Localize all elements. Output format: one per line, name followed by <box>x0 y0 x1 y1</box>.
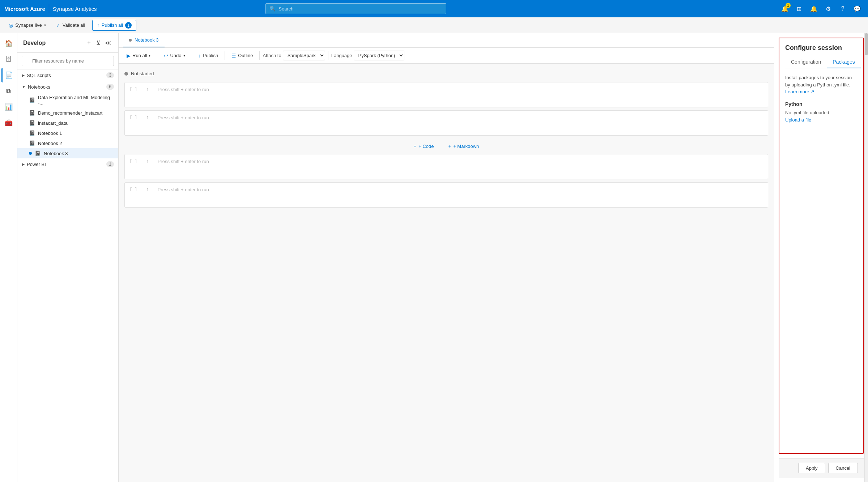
feedback-icon: 💬 <box>854 5 861 12</box>
search-input[interactable] <box>278 6 442 12</box>
tab-configuration[interactable]: Configuration <box>785 56 827 68</box>
plus-code-icon: + <box>414 144 417 149</box>
notebook-status: Not started <box>124 69 768 78</box>
undo-button[interactable]: ↩ Undo ▾ <box>160 51 188 60</box>
settings-button[interactable]: ⚙ <box>822 2 835 15</box>
cell-3-container: [ ] 1 Press shift + enter to run <box>124 154 768 179</box>
alert-button[interactable]: 🔔 <box>807 2 820 15</box>
modified-dot <box>29 152 32 155</box>
notebook-item-5[interactable]: 📓 Notebook 2 <box>17 138 118 148</box>
apply-button[interactable]: Apply <box>798 463 825 473</box>
sidebar-title: Develop <box>23 40 46 46</box>
dashboard-button[interactable]: ⊞ <box>793 2 806 15</box>
add-resource-button[interactable]: ＋ <box>85 38 93 48</box>
configure-tabs: Configuration Packages <box>785 56 857 68</box>
sql-scripts-label: SQL scripts <box>27 73 51 78</box>
collapse-button[interactable]: ⊻ <box>95 38 102 48</box>
notebook-icon-2: 📓 <box>29 110 35 116</box>
notebook-tab-bar: Notebook 3 <box>119 33 774 48</box>
cell-2-bracket: [ ] <box>129 115 137 120</box>
publish-icon2: ↑ <box>199 53 201 59</box>
monitor-icon-btn[interactable]: 📊 <box>1 100 16 114</box>
home-icon-btn[interactable]: 🏠 <box>1 36 16 51</box>
integrate-icon-btn[interactable]: ⧉ <box>1 84 16 98</box>
upload-file-link[interactable]: Upload a file <box>785 117 811 123</box>
cell-1-content[interactable]: 1 Press shift + enter to run <box>142 82 768 107</box>
second-nav: ◎ Synapse live ▾ ✓ Validate all ↑ Publis… <box>0 17 868 33</box>
powerbi-left: ▶ Power BI <box>22 162 46 167</box>
notebook-icon-4: 📓 <box>29 130 35 136</box>
manage-icon: 🧰 <box>5 119 13 127</box>
synapse-live-chevron: ▾ <box>44 23 46 27</box>
ms-azure-logo: Microsoft Azure <box>4 6 45 12</box>
undo-icon: ↩ <box>164 53 168 59</box>
main-content: Notebook 3 ▶ Run all ▾ ↩ Undo ▾ ↑ Publis… <box>119 33 774 482</box>
right-scrollbar[interactable] <box>864 33 868 482</box>
help-icon: ? <box>841 5 844 12</box>
notifications-button[interactable]: 🔔 1 <box>778 2 791 15</box>
notebook-item-6[interactable]: 📓 Notebook 3 <box>17 148 118 158</box>
add-code-button[interactable]: + + Code <box>411 142 437 150</box>
cell-3-content[interactable]: 1 Press shift + enter to run <box>142 154 768 179</box>
add-cell-bar: + + Code + + Markdown <box>124 138 768 154</box>
publish-button[interactable]: ↑ Publish <box>195 51 222 60</box>
notebooks-header[interactable]: ▼ Notebooks 6 <box>17 81 118 93</box>
manage-icon-btn[interactable]: 🧰 <box>1 116 16 130</box>
outline-label: Outline <box>238 53 253 58</box>
notification-badge: 1 <box>786 3 791 8</box>
search-bar[interactable]: 🔍 <box>265 3 446 14</box>
sidebar-search-area <box>17 53 118 69</box>
undo-label: Undo <box>170 53 181 58</box>
help-button[interactable]: ? <box>836 2 849 15</box>
cell-2-placeholder: Press shift + enter to run <box>158 115 209 120</box>
add-markdown-button[interactable]: + + Markdown <box>446 142 482 150</box>
hide-sidebar-button[interactable]: ≪ <box>103 38 112 48</box>
powerbi-section: ▶ Power BI 1 <box>17 158 118 170</box>
publish-all-button[interactable]: ↑ Publish all 1 <box>92 20 136 31</box>
run-all-button[interactable]: ▶ Run all ▾ <box>123 51 154 60</box>
notebook-item-1[interactable]: 📓 Data Exploration and ML Modeling -... <box>17 93 118 108</box>
validate-all-item[interactable]: ✓ Validate all <box>53 21 88 30</box>
nav-icons: 🔔 1 ⊞ 🔔 ⚙ ? 💬 <box>778 2 864 15</box>
search-icon: 🔍 <box>269 6 276 12</box>
cell-2-content[interactable]: 1 Press shift + enter to run <box>142 111 768 135</box>
feedback-button[interactable]: 💬 <box>851 2 864 15</box>
sql-scripts-header[interactable]: ▶ SQL scripts 3 <box>17 69 118 81</box>
notebook-item-4[interactable]: 📓 Notebook 1 <box>17 128 118 138</box>
filter-input[interactable] <box>22 56 114 66</box>
powerbi-header[interactable]: ▶ Power BI 1 <box>17 158 118 170</box>
icon-bar: 🏠 🗄 📄 ⧉ 📊 🧰 <box>0 33 17 482</box>
notebooks-label: Notebooks <box>28 84 50 90</box>
develop-icon-btn[interactable]: 📄 <box>1 68 16 82</box>
tab-packages[interactable]: Packages <box>827 56 860 68</box>
validate-all-label: Validate all <box>63 22 85 28</box>
language-select[interactable]: PySpark (Python) <box>354 51 404 60</box>
data-icon: 🗄 <box>5 56 12 63</box>
notebook-item-3[interactable]: 📓 instacart_data <box>17 118 118 128</box>
notebook-label-3: instacart_data <box>38 120 68 126</box>
notebook-tab-3[interactable]: Notebook 3 <box>123 33 165 47</box>
publish-icon: ↑ <box>97 22 99 28</box>
notebooks-left: ▼ Notebooks <box>22 84 50 90</box>
brand-area: Microsoft Azure Synapse Analytics <box>4 4 97 13</box>
sidebar-header: Develop ＋ ⊻ ≪ <box>17 33 118 53</box>
sep-4 <box>259 51 260 60</box>
cell-4-content[interactable]: 1 Press shift + enter to run <box>142 183 768 207</box>
cancel-button[interactable]: Cancel <box>828 463 858 473</box>
powerbi-count: 1 <box>106 161 114 167</box>
add-markdown-label: + Markdown <box>453 144 479 149</box>
notebook-item-2[interactable]: 📓 Demo_recommender_instacart <box>17 108 118 118</box>
cell-2-run-button[interactable]: ▶ <box>119 114 120 119</box>
scrollbar-thumb <box>865 33 868 55</box>
sep-5 <box>328 51 328 60</box>
outline-button[interactable]: ☰ Outline <box>228 51 256 60</box>
learn-more-link[interactable]: Learn more ↗ <box>785 89 814 94</box>
cell-4-line: 1 Press shift + enter to run <box>146 187 763 192</box>
data-icon-btn[interactable]: 🗄 <box>1 52 16 67</box>
cell-3: [ ] 1 Press shift + enter to run <box>124 154 768 179</box>
synapse-live-item[interactable]: ◎ Synapse live ▾ <box>6 21 49 30</box>
cell-1-container: [ ] 1 Press shift + enter to run <box>124 82 768 107</box>
cell-4-gutter: [ ] <box>125 183 142 207</box>
attach-to-select[interactable]: SampleSpark <box>283 51 325 60</box>
cell-2-move-button[interactable]: ∨ <box>119 120 120 127</box>
